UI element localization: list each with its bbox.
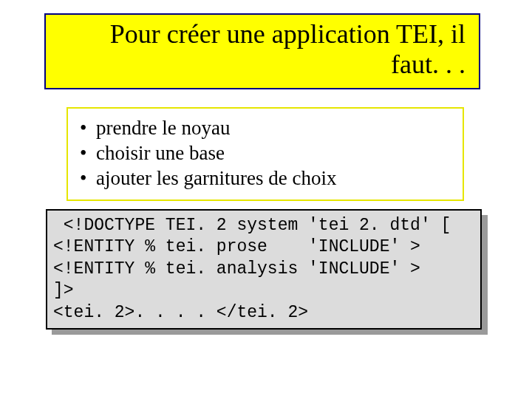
bullets-box: prendre le noyau choisir une base ajoute… (66, 107, 464, 201)
slide: Pour créer une application TEI, il faut.… (0, 0, 532, 399)
bullet-list: prendre le noyau choisir une base ajoute… (74, 116, 457, 191)
code-content: <!DOCTYPE TEI. 2 system 'tei 2. dtd' [ <… (46, 209, 482, 330)
bullet-item: ajouter les garnitures de choix (96, 166, 457, 191)
bullet-item: choisir une base (96, 141, 457, 166)
bullet-item: prendre le noyau (96, 116, 457, 141)
slide-title: Pour créer une application TEI, il faut.… (110, 19, 466, 79)
code-block: <!DOCTYPE TEI. 2 system 'tei 2. dtd' [ <… (46, 209, 482, 330)
title-box: Pour créer une application TEI, il faut.… (44, 13, 480, 89)
